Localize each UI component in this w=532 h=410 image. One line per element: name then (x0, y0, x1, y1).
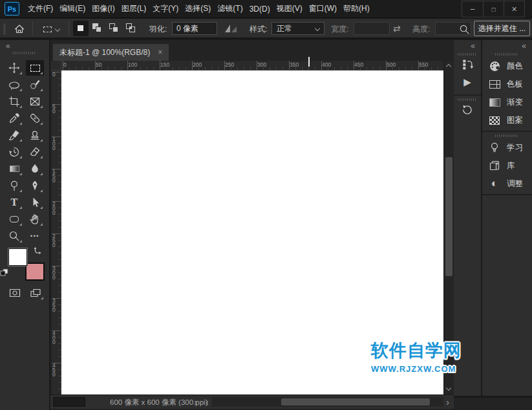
menu-view[interactable]: 视图(V) (275, 0, 304, 17)
main-menus: 文件(F) 编辑(E) 图像(I) 图层(L) 文字(Y) 选择(S) 滤镜(T… (25, 0, 373, 17)
hand-tool[interactable] (26, 211, 44, 227)
swap-colors-icon[interactable] (32, 247, 41, 255)
horizontal-ruler[interactable]: 050100150200250300350400450500550 (61, 61, 443, 70)
menu-3d[interactable]: 3D(D) (248, 0, 272, 17)
dodge-tool[interactable] (5, 178, 23, 193)
quick-selection-tool[interactable] (26, 77, 44, 92)
color-icon (488, 60, 501, 72)
version-history-icon[interactable] (454, 58, 481, 71)
new-selection-mode-button[interactable] (73, 21, 89, 36)
document-tab-title: 未标题-1 @ 100%(RGB/8) (59, 47, 150, 58)
ruler-label: 450 (354, 61, 363, 68)
ruler-label: 3 0 0 (52, 266, 56, 280)
horizontal-scrollbar[interactable] (212, 397, 443, 407)
gradient-tool[interactable] (5, 161, 23, 177)
clone-stamp-tool[interactable] (26, 127, 44, 143)
gradients-icon (488, 96, 501, 108)
scroll-up-icon[interactable] (446, 64, 451, 69)
move-tool[interactable] (5, 60, 23, 76)
tab-close-icon[interactable]: × (158, 48, 162, 57)
ruler-label: 4 0 0 (52, 331, 56, 345)
home-icon[interactable] (12, 21, 27, 37)
collapse-icon[interactable]: « (6, 41, 10, 50)
feather-input[interactable] (172, 22, 217, 35)
spot-healing-brush-tool[interactable] (26, 111, 44, 126)
horizontal-scrollbar-thumb[interactable] (281, 398, 430, 405)
path-selection-tool[interactable] (26, 195, 44, 210)
tool-preset-marquee-icon[interactable] (37, 21, 65, 37)
menu-filter[interactable]: 滤镜(T) (215, 0, 244, 17)
menu-type[interactable]: 文字(Y) (151, 0, 180, 17)
style-dropdown[interactable]: 正常 (271, 22, 325, 35)
rectangular-marquee-tool[interactable] (26, 60, 44, 76)
scroll-down-icon[interactable] (446, 385, 451, 391)
vertical-ruler[interactable]: 05 01 0 01 5 02 0 02 5 03 0 03 5 04 0 04… (52, 70, 61, 394)
menu-edit[interactable]: 编辑(E) (58, 0, 87, 17)
crop-tool[interactable] (5, 94, 23, 109)
ruler-label: 250 (225, 61, 234, 68)
collapse-icon[interactable]: « (471, 41, 474, 50)
panel-learn[interactable]: 学习 (482, 138, 532, 156)
swap-dimensions-icon[interactable]: ⇄ (393, 23, 401, 34)
grip-dots (458, 98, 477, 101)
menu-help[interactable]: 帮助(H) (341, 0, 372, 17)
lasso-tool[interactable] (5, 77, 23, 92)
blur-tool[interactable] (26, 161, 44, 177)
intersect-selection-mode-button[interactable] (123, 21, 139, 36)
panel-dock: « 颜色 色板 渐变 图案 学习 (482, 40, 532, 396)
brush-tool[interactable] (5, 127, 23, 143)
panel-adjustments[interactable]: ◐ 调整 (482, 175, 532, 193)
ruler-label: 2 0 0 (52, 202, 56, 215)
chevron-down-icon (54, 27, 59, 32)
shape-tool[interactable] (5, 211, 23, 227)
panel-gradients[interactable]: 渐变 (482, 93, 532, 111)
collapse-icon[interactable]: « (522, 41, 526, 50)
type-tool[interactable]: T (5, 195, 23, 210)
scroll-left-icon[interactable]: ‹ (206, 397, 209, 407)
actions-icon[interactable]: ▶ (454, 76, 481, 88)
status-expand-icon[interactable]: › (194, 397, 197, 407)
menu-file[interactable]: 文件(F) (26, 0, 55, 17)
menu-select[interactable]: 选择(S) (183, 0, 213, 17)
screen-mode-button[interactable] (27, 285, 45, 301)
history-brush-tool[interactable] (5, 144, 23, 160)
vertical-scrollbar-thumb[interactable] (445, 157, 452, 276)
eraser-tool[interactable] (26, 144, 44, 160)
history-icon[interactable] (454, 103, 481, 116)
anti-alias-icon[interactable] (224, 23, 239, 34)
add-to-selection-mode-button[interactable] (90, 21, 105, 36)
zoom-tool[interactable] (5, 228, 23, 244)
panel-swatches[interactable]: 色板 (482, 75, 532, 93)
scroll-right-icon[interactable]: › (446, 397, 449, 407)
dock-footer (454, 397, 532, 410)
minimize-icon[interactable]: – (462, 1, 483, 17)
eyedropper-tool[interactable] (5, 111, 23, 126)
close-icon[interactable]: × (504, 1, 524, 17)
subtract-selection-icon (112, 27, 118, 32)
select-and-mask-button[interactable]: 选择并遮住 ... (474, 21, 530, 36)
ruler-position-indicator (308, 57, 310, 67)
subtract-from-selection-mode-button[interactable] (107, 21, 122, 36)
foreground-color-swatch[interactable] (8, 248, 27, 266)
document-tab[interactable]: 未标题-1 @ 100%(RGB/8) × (53, 44, 169, 61)
width-input[interactable] (354, 22, 390, 35)
zoom-level-input[interactable] (53, 397, 85, 407)
default-colors-icon[interactable] (0, 268, 8, 277)
maximize-icon[interactable]: □ (483, 1, 504, 17)
quick-mask-mode-button[interactable] (6, 285, 24, 301)
ruler-origin-corner[interactable] (50, 61, 61, 70)
panel-patterns[interactable]: 图案 (482, 111, 532, 129)
menu-window[interactable]: 窗口(W) (307, 0, 339, 17)
panel-libraries[interactable]: 库 (482, 156, 532, 175)
panel-label: 调整 (507, 178, 523, 189)
ruler-label: 300 (257, 61, 266, 68)
menu-layer[interactable]: 图层(L) (120, 0, 149, 17)
edit-toolbar-button[interactable]: ••• (26, 228, 44, 244)
patterns-icon (488, 114, 501, 126)
panel-color[interactable]: 颜色 (482, 57, 532, 75)
pen-tool[interactable] (26, 178, 44, 193)
menu-image[interactable]: 图像(I) (90, 0, 116, 17)
frame-tool[interactable] (26, 94, 44, 109)
background-color-swatch[interactable] (25, 263, 45, 281)
search-icon[interactable] (457, 22, 471, 36)
